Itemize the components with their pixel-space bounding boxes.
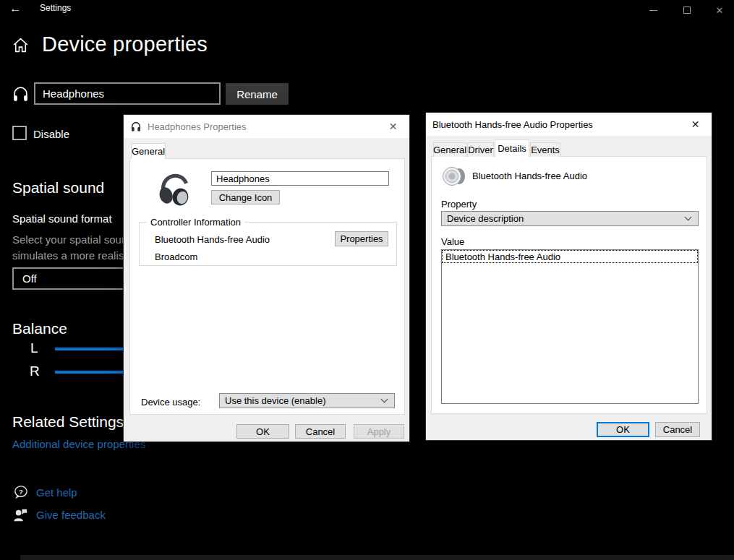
property-label: Property	[441, 199, 477, 210]
back-button[interactable]: ←	[9, 2, 22, 14]
minimize-icon	[649, 10, 657, 11]
device-name-input[interactable]	[34, 82, 221, 105]
cancel-button[interactable]: Cancel	[295, 424, 346, 439]
change-icon-button[interactable]: Change Icon	[211, 190, 280, 204]
screen: ← Settings ✕ Device properties Rename Di…	[0, 0, 734, 560]
device-usage-label: Device usage:	[141, 397, 200, 408]
tab-general[interactable]: General	[433, 142, 466, 157]
controller-properties-button[interactable]: Properties	[335, 231, 388, 246]
taskbar-edge	[20, 555, 734, 560]
rename-button[interactable]: Rename	[226, 83, 289, 105]
headphones-dialog-titlebar[interactable]: Headphones Properties ✕	[124, 115, 409, 138]
disable-checkbox[interactable]	[12, 126, 27, 140]
value-listbox[interactable]: Bluetooth Hands-free Audio	[441, 249, 699, 404]
get-help-icon: ?	[12, 484, 29, 501]
apply-button[interactable]: Apply	[354, 424, 404, 439]
tab-details[interactable]: Details	[495, 139, 529, 157]
bt-device-name: Bluetooth Hands-free Audio	[472, 171, 587, 181]
headphones-properties-dialog: Headphones Properties ✕ General Change I…	[123, 114, 410, 442]
device-image-headphones	[155, 167, 192, 207]
ok-button[interactable]: OK	[236, 424, 289, 439]
value-label: Value	[441, 236, 464, 247]
chevron-down-icon	[381, 395, 388, 402]
dialog-close-button[interactable]: ✕	[679, 113, 712, 135]
chevron-down-icon	[685, 213, 692, 220]
dialog-title: Bluetooth Hands-free Audio Properties	[432, 119, 593, 130]
maximize-button[interactable]	[673, 0, 701, 20]
tab-general[interactable]: General	[131, 143, 166, 159]
ok-button[interactable]: OK	[597, 422, 649, 437]
cancel-button[interactable]: Cancel	[655, 422, 700, 437]
dialog-headphones-icon	[130, 121, 142, 132]
balance-heading: Balance	[12, 320, 67, 337]
spatial-format-value: Off	[22, 272, 37, 285]
balance-left-label: L	[30, 340, 38, 356]
bluetooth-audio-properties-dialog: Bluetooth Hands-free Audio Properties ✕ …	[425, 112, 712, 441]
device-usage-dropdown[interactable]: Use this device (enable)	[219, 393, 395, 408]
spatial-sound-heading: Spatial sound	[12, 179, 104, 197]
property-value: Device description	[447, 213, 524, 224]
spatial-format-label: Spatial sound format	[12, 212, 112, 225]
maximize-icon	[683, 7, 691, 14]
home-icon	[12, 36, 30, 54]
controller-information-legend: Controller Information	[147, 217, 244, 228]
get-help-link[interactable]: Get help	[36, 486, 77, 499]
dialog-title: Headphones Properties	[148, 121, 247, 132]
close-icon: ✕	[716, 5, 724, 16]
app-title: Settings	[40, 3, 71, 13]
tab-events[interactable]: Events	[530, 142, 560, 157]
give-feedback-icon	[12, 507, 29, 523]
tab-driver[interactable]: Driver	[467, 142, 494, 157]
page-title: Device properties	[42, 33, 208, 56]
controller-name: Bluetooth Hands-free Audio	[155, 234, 270, 245]
controller-vendor: Broadcom	[155, 251, 197, 262]
bt-dialog-titlebar[interactable]: Bluetooth Hands-free Audio Properties ✕	[426, 113, 712, 136]
speaker-icon	[442, 165, 467, 189]
svg-text:?: ?	[19, 488, 23, 496]
disable-label: Disable	[33, 128, 69, 140]
value-list-item[interactable]: Bluetooth Hands-free Audio	[443, 251, 697, 262]
dialog-device-name-input[interactable]	[211, 171, 389, 186]
give-feedback-link[interactable]: Give feedback	[36, 509, 106, 521]
close-button[interactable]: ✕	[705, 0, 734, 20]
property-dropdown[interactable]: Device description	[441, 211, 699, 226]
balance-right-label: R	[30, 363, 40, 379]
device-usage-value: Use this device (enable)	[225, 395, 325, 406]
headphones-icon	[12, 84, 30, 103]
minimize-button[interactable]	[639, 0, 667, 20]
related-settings-heading: Related Settings	[12, 413, 124, 431]
dialog-close-button[interactable]: ✕	[377, 115, 409, 137]
